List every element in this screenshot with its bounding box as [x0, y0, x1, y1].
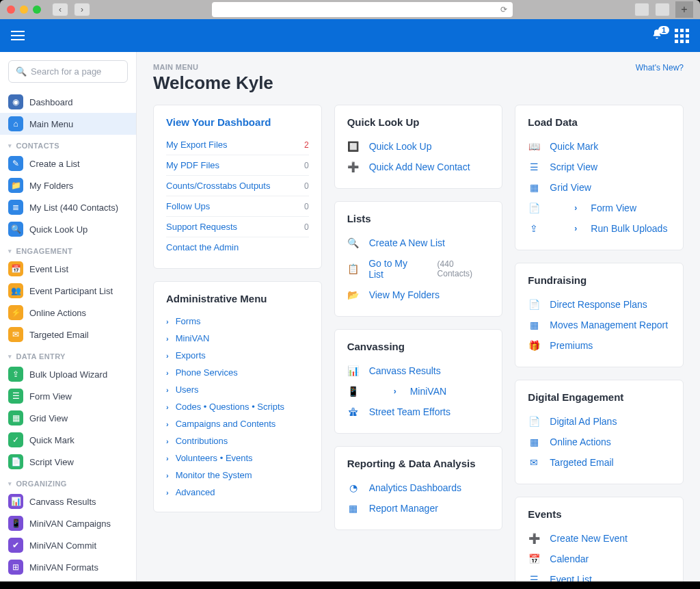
card-link-item[interactable]: ▦Report Manager — [347, 498, 490, 519]
dashboard-row[interactable]: Follow Ups0 — [166, 196, 309, 217]
sidebar-item[interactable]: ✉Targeted Email — [0, 324, 136, 345]
share-icon[interactable] — [634, 3, 649, 16]
sidebar-item[interactable]: ⇪Bulk Upload Wizard — [0, 363, 136, 385]
card-link-label[interactable]: Targeted Email — [550, 457, 613, 468]
card-link-label[interactable]: Go to My List — [368, 258, 423, 280]
card-link-item[interactable]: 🎁Premiums — [528, 335, 671, 356]
admin-menu-item[interactable]: ›Forms — [166, 313, 309, 330]
sidebar-item[interactable]: ✎Create a List — [0, 153, 136, 174]
admin-menu-item[interactable]: ›Exports — [166, 347, 309, 364]
card-link-label[interactable]: Quick Look Up — [369, 141, 432, 152]
dashboard-row-link[interactable]: Support Requests — [166, 222, 237, 232]
sidebar-item[interactable]: 📅Event List — [0, 258, 136, 280]
admin-menu-item[interactable]: ›Advanced — [166, 484, 309, 501]
browser-forward-button[interactable]: › — [74, 3, 90, 16]
dashboard-row-link[interactable]: Contact the Admin — [166, 242, 239, 252]
card-link-item[interactable]: 📖Quick Mark — [528, 136, 671, 157]
card-link-item[interactable]: 📄Digital Ad Plans — [528, 411, 671, 432]
view-dashboard-link[interactable]: View Your Dashboard — [166, 116, 309, 128]
card-link-item[interactable]: ▦Grid View — [528, 177, 671, 198]
card-link-label[interactable]: Report Manager — [369, 503, 438, 514]
whats-new-link[interactable]: What's New? — [636, 63, 684, 73]
new-tab-button[interactable]: + — [675, 1, 693, 18]
card-link-label[interactable]: MiniVAN — [410, 386, 446, 397]
card-link-label[interactable]: Run Bulk Uploads — [591, 223, 667, 234]
sidebar-item[interactable]: 📱MiniVAN Campaigns — [0, 512, 136, 534]
admin-menu-item[interactable]: ›MiniVAN — [166, 330, 309, 347]
dashboard-row-link[interactable]: Follow Ups — [166, 201, 210, 211]
card-link-item[interactable]: 📊Canvass Results — [347, 361, 490, 381]
sidebar-item[interactable]: ✓Quick Mark — [0, 429, 136, 451]
admin-menu-item[interactable]: ›Users — [166, 381, 309, 398]
minimize-window-icon[interactable] — [20, 5, 28, 14]
card-link-item[interactable]: 📄›Form View — [528, 198, 671, 218]
card-link-label[interactable]: Quick Add New Contact — [369, 161, 470, 172]
dashboard-row[interactable]: My PDF Files0 — [166, 155, 309, 176]
sidebar-item[interactable]: ✔MiniVAN Commit — [0, 534, 136, 556]
dashboard-row[interactable]: My Export Files2 — [166, 135, 309, 155]
card-link-label[interactable]: Canvass Results — [369, 365, 441, 376]
sidebar-item[interactable]: ⊞MiniVAN Formats — [0, 556, 136, 578]
card-link-item[interactable]: 🔲Quick Look Up — [347, 136, 490, 157]
card-link-label[interactable]: Calendar — [550, 553, 589, 564]
card-link-label[interactable]: Online Actions — [550, 436, 611, 447]
card-link-label[interactable]: Form View — [591, 202, 636, 213]
card-link-label[interactable]: Direct Response Plans — [550, 299, 647, 310]
card-link-item[interactable]: 📄Direct Response Plans — [528, 294, 671, 315]
card-link-item[interactable]: ➕Quick Add New Contact — [347, 157, 490, 177]
browser-url-bar[interactable]: ⟳ — [212, 2, 513, 17]
sidebar-item[interactable]: ⚡Online Actions — [0, 302, 136, 324]
card-link-label[interactable]: Create New Event — [550, 533, 628, 544]
dashboard-row-link[interactable]: My Export Files — [166, 140, 228, 150]
card-link-label[interactable]: View My Folders — [369, 289, 440, 300]
card-link-label[interactable]: Create A New List — [369, 237, 445, 248]
dashboard-row[interactable]: Counts/Crosstabs Outputs0 — [166, 176, 309, 196]
card-link-item[interactable]: ➕Create New Event — [528, 528, 671, 549]
hamburger-menu-icon[interactable] — [11, 31, 25, 40]
sidebar-item[interactable]: 🔍Quick Look Up — [0, 218, 136, 240]
card-link-item[interactable]: ⇪›Run Bulk Uploads — [528, 218, 671, 239]
notifications-button[interactable]: 1 — [651, 29, 662, 42]
dashboard-row-link[interactable]: My PDF Files — [166, 160, 219, 170]
card-link-label[interactable]: Grid View — [550, 182, 591, 193]
card-link-item[interactable]: ✉Targeted Email — [528, 452, 671, 473]
card-link-item[interactable]: ▦Moves Management Report — [528, 315, 671, 335]
card-link-item[interactable]: 📋Go to My List(440 Contacts) — [347, 253, 490, 285]
card-link-item[interactable]: 📱›MiniVAN — [347, 381, 490, 402]
reload-icon[interactable]: ⟳ — [500, 5, 507, 14]
sidebar-item[interactable]: 👥Event Participant List — [0, 280, 136, 302]
card-link-label[interactable]: Script View — [550, 161, 597, 172]
admin-menu-item[interactable]: ›Monitor the System — [166, 467, 309, 484]
card-link-label[interactable]: Quick Mark — [550, 141, 598, 152]
card-link-item[interactable]: ☰Script View — [528, 157, 671, 177]
card-link-item[interactable]: 🛣Street Team Efforts — [347, 402, 490, 422]
admin-menu-item[interactable]: ›Volunteers • Events — [166, 449, 309, 467]
apps-grid-icon[interactable] — [675, 29, 689, 43]
card-link-item[interactable]: 📅Calendar — [528, 549, 671, 569]
card-link-label[interactable]: Event List — [550, 574, 591, 581]
dashboard-row[interactable]: Support Requests0 — [166, 217, 309, 237]
dashboard-row-link[interactable]: Counts/Crosstabs Outputs — [166, 181, 270, 191]
tabs-icon[interactable] — [655, 3, 670, 16]
card-link-label[interactable]: Street Team Efforts — [369, 406, 450, 417]
card-link-label[interactable]: Moves Management Report — [550, 319, 668, 330]
sidebar-item[interactable]: 📁My Folders — [0, 174, 136, 196]
browser-back-button[interactable]: ‹ — [52, 3, 68, 16]
sidebar-item[interactable]: ⌂Main Menu — [0, 113, 136, 135]
admin-menu-item[interactable]: ›Phone Services — [166, 364, 309, 381]
card-link-label[interactable]: Digital Ad Plans — [550, 416, 617, 427]
sidebar-item[interactable]: ⚙MiniVAN Manager — [0, 578, 136, 581]
admin-menu-item[interactable]: ›Contributions — [166, 432, 309, 449]
card-link-label[interactable]: Premiums — [550, 340, 593, 351]
card-link-item[interactable]: 📂View My Folders — [347, 285, 490, 305]
card-link-item[interactable]: ◔Analytics Dashboards — [347, 477, 490, 498]
admin-menu-item[interactable]: ›Codes • Questions • Scripts — [166, 398, 309, 415]
card-link-item[interactable]: ▦Online Actions — [528, 432, 671, 452]
dashboard-row[interactable]: Contact the Admin — [166, 237, 309, 257]
sidebar-item[interactable]: ☰Form View — [0, 385, 136, 407]
sidebar-item[interactable]: 📄Script View — [0, 451, 136, 473]
close-window-icon[interactable] — [7, 5, 15, 14]
sidebar-item[interactable]: ◉Dashboard — [0, 91, 136, 113]
admin-menu-item[interactable]: ›Campaigns and Contents — [166, 415, 309, 432]
sidebar-search-input[interactable]: 🔍 Search for a page — [8, 60, 128, 83]
